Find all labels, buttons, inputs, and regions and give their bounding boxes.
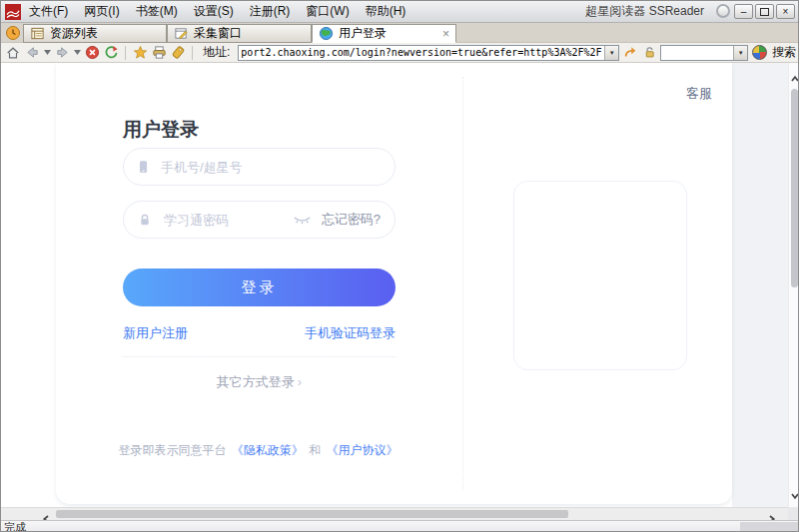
search-button-label[interactable]: 搜索 xyxy=(772,44,796,61)
scroll-down-icon[interactable] xyxy=(790,486,799,504)
globe-icon xyxy=(319,26,334,41)
menu-item-window[interactable]: 窗口(W) xyxy=(306,3,349,20)
toolbar-separator xyxy=(192,46,193,60)
vertical-scrollbar-thumb[interactable] xyxy=(791,89,798,287)
print-button[interactable] xyxy=(151,45,167,61)
menu-bar: 文件(F) 网页(I) 书签(M) 设置(S) 注册(R) 窗口(W) 帮助(H… xyxy=(29,3,405,20)
tab-user-login[interactable]: 用户登录 × xyxy=(312,24,456,43)
scroll-up-icon[interactable] xyxy=(790,69,799,87)
user-agreement-link[interactable]: 《用户协议》 xyxy=(327,443,399,457)
tab-close-icon[interactable]: × xyxy=(442,28,449,40)
search-dropdown-button[interactable]: ▼ xyxy=(733,46,747,60)
password-field: 忘记密码? xyxy=(123,201,396,239)
password-visibility-eye-icon[interactable] xyxy=(293,215,312,226)
horizontal-scrollbar[interactable] xyxy=(1,507,788,520)
horizontal-scrollbar-thumb[interactable] xyxy=(56,510,568,518)
page-background-strip xyxy=(732,63,788,507)
vertical-divider xyxy=(462,77,463,490)
toolbar-separator xyxy=(125,46,126,60)
close-button[interactable]: × xyxy=(776,4,795,19)
phone-field xyxy=(123,148,396,186)
privacy-policy-link[interactable]: 《隐私政策》 xyxy=(232,443,304,457)
dropdown-icon: ▼ xyxy=(609,50,615,56)
phone-input[interactable] xyxy=(159,159,381,176)
browser-viewport: 客服 用户登录 xyxy=(1,63,788,507)
history-clock-icon[interactable] xyxy=(5,25,21,41)
tab-resource-list[interactable]: 资源列表 xyxy=(23,24,167,43)
login-button[interactable]: 登录 xyxy=(123,268,396,306)
resource-list-icon xyxy=(30,26,45,41)
tab-bar: 资源列表 采集窗口 用户登录 × xyxy=(1,23,798,43)
login-card: 客服 用户登录 xyxy=(56,63,732,504)
stop-button[interactable] xyxy=(84,45,100,61)
window-controls: – × xyxy=(734,4,795,19)
menu-item-file[interactable]: 文件(F) xyxy=(29,3,68,20)
favorites-star-button[interactable] xyxy=(132,45,148,61)
other-login-methods-link[interactable]: 其它方式登录› xyxy=(123,373,396,391)
phone-icon xyxy=(138,160,149,175)
window-title: 超星阅读器 SSReader xyxy=(585,3,704,20)
login-links: 新用户注册 手机验证码登录 xyxy=(123,324,396,342)
navigation-toolbar: 地址: ▼ ▼ 搜索 ▼ × xyxy=(1,43,798,63)
title-bar: 文件(F) 网页(I) 书签(M) 设置(S) 注册(R) 窗口(W) 帮助(H… xyxy=(1,1,798,23)
lock-icon xyxy=(138,213,152,227)
address-dropdown-button[interactable]: ▼ xyxy=(604,46,618,60)
address-input[interactable] xyxy=(239,47,604,58)
sms-login-link[interactable]: 手机验证码登录 xyxy=(305,324,396,342)
close-icon: × xyxy=(783,7,789,17)
agreement-text: 登录即表示同意平台 《隐私政策》 和 《用户协议》 xyxy=(103,442,415,459)
vertical-scrollbar[interactable] xyxy=(788,63,799,507)
search-combobox: ▼ xyxy=(660,45,748,61)
login-title: 用户登录 xyxy=(123,117,199,143)
menu-item-settings[interactable]: 设置(S) xyxy=(194,3,234,20)
tab-label: 用户登录 xyxy=(339,25,387,42)
customer-service-link[interactable]: 客服 xyxy=(686,85,712,103)
forward-dropdown-icon[interactable] xyxy=(73,45,81,61)
status-text: 完成 xyxy=(4,520,26,532)
app-window: 文件(F) 网页(I) 书签(M) 设置(S) 注册(R) 窗口(W) 帮助(H… xyxy=(0,0,799,532)
minimize-button[interactable]: – xyxy=(734,4,753,19)
chevron-right-icon: › xyxy=(298,374,302,389)
back-button[interactable] xyxy=(24,45,40,61)
minimize-icon: – xyxy=(741,7,747,17)
address-label: 地址: xyxy=(203,44,230,61)
tray-circle-button[interactable] xyxy=(716,4,730,18)
refresh-button[interactable] xyxy=(103,45,119,61)
menu-item-webpage[interactable]: 网页(I) xyxy=(84,3,119,20)
address-combobox: ▼ xyxy=(238,45,619,61)
status-bar: 完成 xyxy=(1,520,799,532)
forgot-password-link[interactable]: 忘记密码? xyxy=(322,211,381,229)
agreement-and: 和 xyxy=(309,443,321,457)
scrollbar-corner xyxy=(788,507,799,520)
search-button[interactable] xyxy=(751,45,767,61)
app-logo-icon[interactable] xyxy=(5,4,21,20)
menu-item-bookmarks[interactable]: 书签(M) xyxy=(136,3,178,20)
menu-item-help[interactable]: 帮助(H) xyxy=(366,3,406,20)
register-link[interactable]: 新用户注册 xyxy=(123,324,188,342)
tab-label: 资源列表 xyxy=(50,25,98,42)
tab-label: 采集窗口 xyxy=(194,25,242,42)
capture-window-icon xyxy=(174,26,189,41)
tab-capture-window[interactable]: 采集窗口 xyxy=(167,24,312,43)
search-globe-icon xyxy=(752,45,767,60)
unlock-icon[interactable] xyxy=(641,45,657,61)
login-form: 用户登录 忘记密码? 登录 xyxy=(123,117,396,476)
dotted-divider xyxy=(123,356,396,357)
go-button[interactable] xyxy=(622,45,638,61)
menu-item-register[interactable]: 注册(R) xyxy=(250,3,291,20)
qr-panel-placeholder xyxy=(513,181,687,370)
dropdown-icon: ▼ xyxy=(738,50,744,56)
other-login-label: 其它方式登录 xyxy=(217,374,295,389)
agreement-prefix: 登录即表示同意平台 xyxy=(118,443,226,457)
forward-button[interactable] xyxy=(54,45,70,61)
maximize-button[interactable] xyxy=(755,4,774,19)
password-input[interactable] xyxy=(162,212,283,229)
back-dropdown-icon[interactable] xyxy=(43,45,51,61)
tag-button[interactable] xyxy=(170,45,186,61)
search-input[interactable] xyxy=(661,47,733,58)
status-resize-area xyxy=(740,522,799,532)
maximize-icon xyxy=(760,8,769,16)
home-button[interactable] xyxy=(5,45,21,61)
